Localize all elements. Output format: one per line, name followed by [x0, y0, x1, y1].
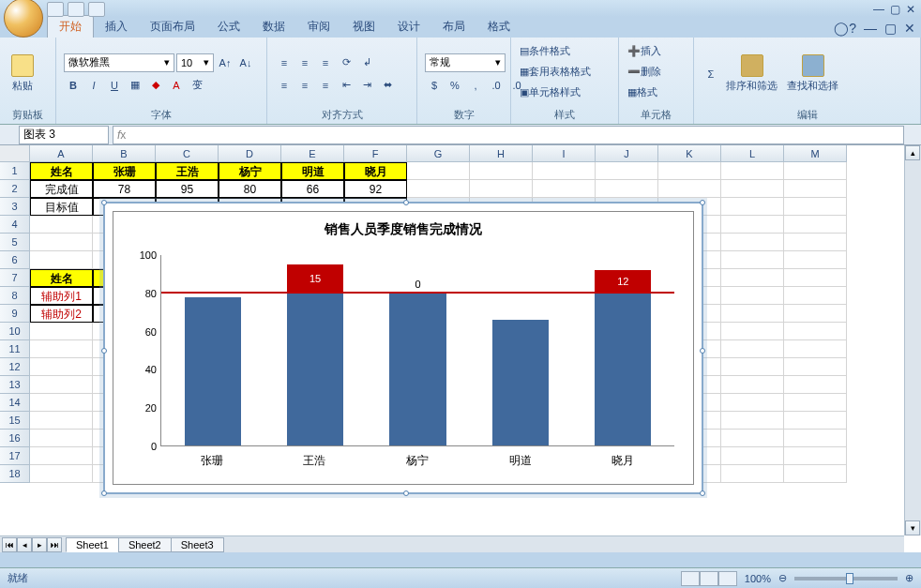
cell[interactable]	[784, 216, 847, 234]
cell[interactable]	[533, 162, 596, 180]
cell[interactable]	[407, 162, 470, 180]
tab-审阅[interactable]: 审阅	[296, 16, 341, 38]
cell[interactable]	[784, 430, 847, 447]
zoom-in-icon[interactable]: ⊕	[905, 572, 913, 584]
cell[interactable]	[721, 465, 784, 483]
chart-plot-area[interactable]: 020406080100 15012 张珊王浩杨宁明道晓月	[160, 255, 674, 446]
cell[interactable]	[30, 376, 93, 394]
fill-color-button[interactable]: ◆	[146, 76, 165, 95]
bar-series1[interactable]	[492, 320, 549, 445]
qat-save-icon[interactable]	[47, 2, 64, 17]
cell[interactable]	[30, 430, 93, 447]
ribbon-min-icon[interactable]: —	[864, 21, 877, 36]
cell[interactable]	[721, 323, 784, 340]
row-header[interactable]: 18	[0, 465, 30, 483]
orientation-icon[interactable]: ⟳	[337, 53, 355, 72]
doc-restore-icon[interactable]: ▢	[884, 21, 897, 36]
sort-filter-button[interactable]: 排序和筛选	[722, 53, 781, 95]
row-header[interactable]: 13	[0, 376, 30, 394]
cell[interactable]	[784, 447, 847, 465]
cell[interactable]	[721, 447, 784, 465]
align-middle-icon[interactable]: ≡	[295, 53, 314, 72]
inc-decimal-icon[interactable]: .0	[487, 76, 506, 95]
col-header[interactable]: L	[721, 145, 784, 162]
cell[interactable]	[721, 287, 784, 305]
view-normal-icon[interactable]	[681, 571, 700, 586]
grow-font-icon[interactable]: A↑	[216, 53, 234, 72]
bold-button[interactable]: B	[64, 76, 83, 95]
cell[interactable]: 张珊	[93, 162, 156, 180]
row-header[interactable]: 17	[0, 447, 30, 465]
chart-object[interactable]: 销售人员季度销售完成情况 020406080100 15012 张珊王浩杨宁明道…	[103, 202, 703, 494]
cell[interactable]: 王浩	[156, 162, 219, 180]
tab-插入[interactable]: 插入	[94, 16, 139, 38]
qat-redo-icon[interactable]	[88, 2, 105, 17]
row-header[interactable]: 3	[0, 198, 30, 216]
cell[interactable]	[30, 234, 93, 251]
minimize-icon[interactable]: —	[873, 3, 884, 16]
row-header[interactable]: 14	[0, 394, 30, 412]
name-box[interactable]: 图表 3	[19, 126, 109, 144]
cell[interactable]	[533, 180, 596, 198]
target-line[interactable]	[161, 292, 674, 294]
cell[interactable]	[721, 340, 784, 358]
wrap-text-icon[interactable]: ↲	[357, 53, 376, 72]
sheet-tab[interactable]: Sheet1	[66, 537, 119, 552]
cell[interactable]	[30, 251, 93, 269]
col-header[interactable]: A	[30, 145, 93, 162]
col-header[interactable]: J	[596, 145, 658, 162]
table-format-button[interactable]: ▦ 套用表格格式	[519, 62, 592, 81]
tab-公式[interactable]: 公式	[206, 16, 251, 38]
cell[interactable]	[721, 430, 784, 447]
font-name-combo[interactable]: 微软雅黑▾	[64, 53, 174, 72]
cell[interactable]	[658, 162, 721, 180]
align-bottom-icon[interactable]: ≡	[316, 53, 335, 72]
tab-设计[interactable]: 设计	[386, 16, 431, 38]
tab-视图[interactable]: 视图	[341, 16, 386, 38]
currency-icon[interactable]: $	[425, 76, 444, 95]
paste-button[interactable]: 粘贴	[8, 53, 38, 95]
conditional-format-button[interactable]: ▤ 条件格式	[519, 41, 571, 60]
align-center-icon[interactable]: ≡	[295, 76, 314, 95]
cell[interactable]	[784, 323, 847, 340]
cell[interactable]	[721, 358, 784, 376]
align-left-icon[interactable]: ≡	[275, 76, 294, 95]
cell[interactable]	[784, 358, 847, 376]
cell[interactable]: 80	[219, 180, 281, 198]
row-header[interactable]: 6	[0, 251, 30, 269]
cell[interactable]: 明道	[281, 162, 344, 180]
cell[interactable]	[470, 162, 533, 180]
zoom-slider[interactable]	[794, 577, 898, 580]
cell[interactable]: 辅助列1	[30, 287, 93, 305]
cell[interactable]	[784, 287, 847, 305]
cell[interactable]	[721, 162, 784, 180]
row-header[interactable]: 16	[0, 430, 30, 447]
cell[interactable]	[784, 162, 847, 180]
cell[interactable]	[784, 198, 847, 216]
cell[interactable]	[784, 234, 847, 251]
close-icon[interactable]: ✕	[906, 3, 915, 16]
col-header[interactable]: H	[470, 145, 533, 162]
comma-icon[interactable]: ,	[466, 76, 485, 95]
cell[interactable]	[784, 180, 847, 198]
row-header[interactable]: 1	[0, 162, 30, 180]
cell[interactable]	[784, 376, 847, 394]
cell[interactable]	[784, 340, 847, 358]
bar-series1[interactable]: 15	[287, 294, 343, 445]
bar-series1[interactable]: 0	[389, 294, 445, 445]
border-button[interactable]: ▦	[126, 76, 144, 95]
tab-开始[interactable]: 开始	[47, 15, 94, 38]
row-header[interactable]: 12	[0, 358, 30, 376]
tab-first-icon[interactable]: ⏮	[2, 537, 17, 552]
vertical-scrollbar[interactable]: ▴ ▾	[904, 145, 921, 535]
percent-icon[interactable]: %	[445, 76, 464, 95]
col-header[interactable]: M	[784, 145, 847, 162]
italic-button[interactable]: I	[84, 76, 103, 95]
bar-series1[interactable]: 12	[595, 294, 651, 445]
shrink-font-icon[interactable]: A↓	[236, 53, 255, 72]
indent-dec-icon[interactable]: ⇤	[337, 76, 355, 95]
cell[interactable]: 完成值	[30, 180, 93, 198]
cell[interactable]: 66	[281, 180, 344, 198]
row-header[interactable]: 10	[0, 323, 30, 340]
cell[interactable]	[658, 180, 721, 198]
